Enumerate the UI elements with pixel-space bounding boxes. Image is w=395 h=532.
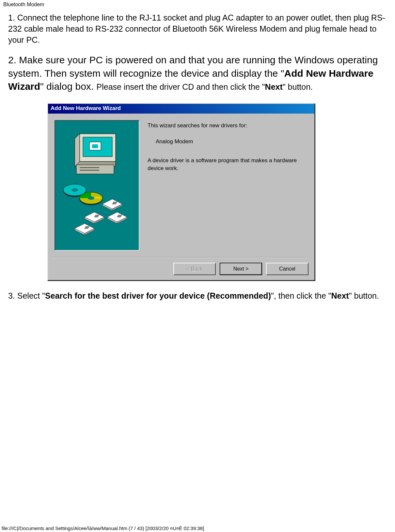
svg-marker-4	[75, 134, 80, 166]
svg-rect-8	[80, 170, 99, 171]
wizard-search-text: This wizard searches for new drivers for…	[148, 122, 306, 130]
step-3-mid: ", then click the "	[271, 291, 331, 300]
document-content: 1. Connect the telephone line to the RJ-…	[0, 9, 395, 313]
step-2-text: 2. Make sure your PC is powered on and t…	[8, 54, 387, 93]
step-2-trailing-2: " button.	[283, 82, 313, 91]
wizard-body: This wizard searches for new drivers for…	[48, 114, 314, 257]
wizard-content-panel: This wizard searches for new drivers for…	[144, 114, 314, 257]
svg-point-11	[71, 188, 78, 192]
step-3-text: 3. Select "Search for the best driver fo…	[8, 290, 387, 302]
step-2-next-bold: Next	[265, 82, 283, 91]
cd-disks-icon	[62, 181, 134, 241]
wizard-button-row: < Back Next > Cancel	[48, 258, 314, 280]
page-header: Bluetooth Modem	[0, 0, 395, 9]
wizard-graphic-panel	[55, 120, 139, 251]
step-3-next-bold: Next	[331, 291, 349, 300]
step-3-lead: 3. Select "	[8, 291, 45, 300]
back-rest: ack	[195, 266, 203, 272]
cancel-button[interactable]: Cancel	[266, 263, 308, 275]
back-prefix: <	[186, 266, 191, 272]
svg-rect-7	[80, 167, 99, 168]
wizard-title-bar: Add New Hardware Wizard	[48, 104, 314, 114]
svg-rect-6	[76, 165, 114, 174]
step-1-text: 1. Connect the telephone line to the RJ-…	[8, 12, 387, 45]
next-button[interactable]: Next >	[220, 263, 262, 275]
step-2-trailing-1: Please insert the driver CD and then cli…	[97, 82, 265, 91]
step-3-tail: " button.	[349, 291, 379, 300]
svg-rect-3	[92, 144, 98, 148]
step-2-mid: " dialog box.	[40, 81, 96, 92]
step-3-search-bold: Search for the best driver for your devi…	[45, 291, 271, 300]
computer-monitor-icon	[70, 131, 122, 178]
wizard-device-desc: A device driver is a software program th…	[148, 157, 306, 172]
back-button[interactable]: < Back	[173, 263, 216, 275]
wizard-dialog: Add New Hardware Wizard	[47, 103, 315, 281]
svg-point-14	[88, 196, 94, 200]
back-underline: B	[191, 266, 195, 272]
wizard-device-name: Analog Modem	[156, 138, 306, 146]
